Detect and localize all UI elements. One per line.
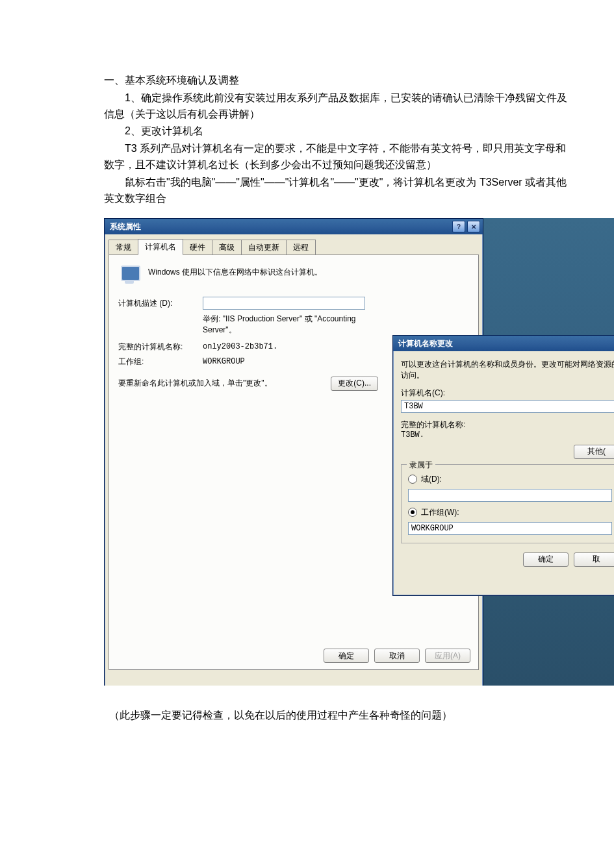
panel-info-text: Windows 使用以下信息在网络中标识这台计算机。 bbox=[148, 264, 322, 278]
window-title: 系统属性 bbox=[110, 221, 450, 232]
para-2: 2、更改计算机名 bbox=[104, 123, 569, 140]
cancel-button[interactable]: 取消 bbox=[374, 649, 420, 663]
description-hint: 举例: "IIS Production Server" 或 "Accountin… bbox=[203, 314, 372, 334]
workgroup-label: 工作组(W): bbox=[421, 507, 459, 518]
cancel-button[interactable]: 取 bbox=[574, 552, 614, 567]
change-button[interactable]: 更改(C)... bbox=[331, 377, 378, 391]
dialog-description: 可以更改这台计算机的名称和成员身份。更改可能对网络资源的访问。 bbox=[401, 359, 614, 381]
tab-advanced[interactable]: 高级 bbox=[212, 240, 242, 255]
full-name-value: T3BW. bbox=[401, 430, 614, 440]
ok-button[interactable]: 确定 bbox=[324, 649, 369, 663]
computer-description-label: 计算机描述 (D): bbox=[118, 298, 203, 309]
computer-description-input[interactable] bbox=[203, 297, 365, 310]
other-button[interactable]: 其他( bbox=[574, 445, 614, 459]
heading-1: 一、基本系统环境确认及调整 bbox=[104, 73, 569, 89]
para-1: 1、确定操作系统此前没有安装过用友系列产品及数据库，已安装的请确认已清除干净残留… bbox=[104, 90, 569, 123]
member-of-legend: 隶属于 bbox=[407, 460, 435, 471]
full-computer-name-value: only2003-2b3b71. bbox=[203, 342, 277, 351]
rename-instruction: 要重新命名此计算机或加入域，单击"更改"。 bbox=[118, 378, 272, 389]
apply-button: 应用(A) bbox=[425, 649, 470, 663]
computer-name-input[interactable] bbox=[401, 400, 614, 413]
workgroup-input[interactable] bbox=[408, 522, 612, 535]
workgroup-radio[interactable] bbox=[408, 508, 417, 517]
full-computer-name-label: 完整的计算机名称: bbox=[118, 341, 203, 353]
para-3: T3 系列产品对计算机名有一定的要求，不能是中文字符，不能带有英文符号，即只用英… bbox=[104, 141, 569, 173]
titlebar[interactable]: 计算机名称更改 bbox=[393, 336, 614, 351]
domain-radio[interactable] bbox=[408, 475, 417, 484]
tab-remote[interactable]: 远程 bbox=[286, 240, 316, 255]
computer-name-change-dialog: 计算机名称更改 可以更改这台计算机的名称和成员身份。更改可能对网络资源的访问。 … bbox=[392, 335, 614, 596]
document-body: 一、基本系统环境确认及调整 1、确定操作系统此前没有安装过用友系列产品及数据库，… bbox=[104, 73, 569, 206]
ok-button[interactable]: 确定 bbox=[523, 552, 569, 567]
close-button[interactable]: ✕ bbox=[467, 221, 480, 232]
tab-strip: 常规 计算机名 硬件 高级 自动更新 远程 bbox=[105, 234, 483, 254]
tab-auto-update[interactable]: 自动更新 bbox=[241, 240, 287, 255]
para-4: 鼠标右击"我的电脑"——"属性"——"计算机名"——"更改"，将计算机名更改为 … bbox=[104, 175, 569, 207]
workgroup-label: 工作组: bbox=[118, 356, 203, 367]
titlebar[interactable]: 系统属性 ? ✕ bbox=[105, 219, 483, 234]
footnote: （此步骤一定要记得检查，以免在以后的使用过程中产生各种奇怪的问题） bbox=[104, 709, 569, 723]
embedded-screenshot: 系统属性 ? ✕ 常规 计算机名 硬件 高级 自动更新 远程 Windows 使… bbox=[104, 218, 614, 686]
domain-label: 域(D): bbox=[421, 474, 442, 485]
window-title: 计算机名称更改 bbox=[398, 338, 614, 349]
workgroup-value: WORKGROUP bbox=[203, 357, 245, 366]
tab-hardware[interactable]: 硬件 bbox=[183, 240, 212, 255]
help-button[interactable]: ? bbox=[452, 221, 465, 232]
member-of-group: 隶属于 域(D): 工作组(W): bbox=[401, 464, 614, 543]
full-name-label: 完整的计算机名称: bbox=[401, 419, 614, 430]
computer-name-label: 计算机名(C): bbox=[401, 388, 614, 399]
tab-general[interactable]: 常规 bbox=[109, 240, 138, 255]
domain-input[interactable] bbox=[408, 489, 612, 502]
computer-icon bbox=[118, 264, 142, 288]
tab-computer-name[interactable]: 计算机名 bbox=[138, 239, 183, 255]
